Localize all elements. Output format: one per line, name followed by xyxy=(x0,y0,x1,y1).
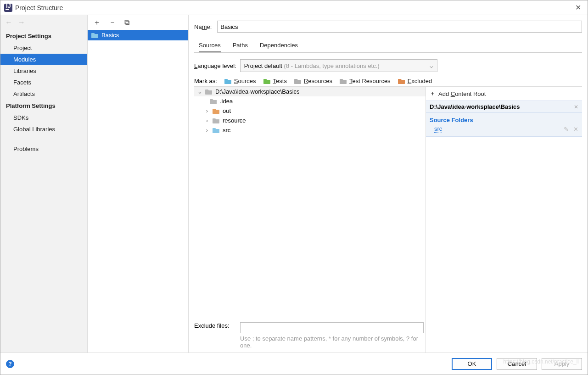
tree-node[interactable]: ›src xyxy=(194,125,426,135)
tab-paths[interactable]: Paths xyxy=(233,39,248,52)
tree-root[interactable]: ⌄D:\Java\idea-worksplace\Basics xyxy=(194,87,426,96)
sidebar-item-project[interactable]: Project xyxy=(0,42,87,54)
svg-rect-1 xyxy=(6,9,9,10)
language-level-select[interactable]: Project default (8 - Lambdas, type annot… xyxy=(240,59,437,72)
exclude-files-label: Exclude files: xyxy=(194,322,236,329)
mark-as-label: Mark as: xyxy=(194,78,217,84)
tree-node[interactable]: .idea xyxy=(194,96,426,106)
module-list-panel: ＋ － ⧉ Basics xyxy=(88,15,189,353)
nav-back-icon[interactable]: ← xyxy=(5,18,12,27)
tabs: SourcesPathsDependencies xyxy=(194,39,582,53)
add-content-root-button[interactable]: ＋ Add Content Root xyxy=(426,87,582,101)
sidebar-item-global-libraries[interactable]: Global Libraries xyxy=(0,123,87,135)
module-detail: Name: SourcesPathsDependencies Language … xyxy=(189,15,588,353)
exclude-hint: Use ; to separate name patterns, * for a… xyxy=(194,333,424,353)
name-input[interactable] xyxy=(217,21,582,33)
apply-button[interactable]: Apply xyxy=(542,358,582,370)
sidebar-item-problems[interactable]: Problems xyxy=(0,143,87,155)
dialog-footer: ? OK Cancel Apply xyxy=(0,353,588,375)
remove-content-root-icon[interactable]: ✕ xyxy=(574,104,578,110)
module-item[interactable]: Basics xyxy=(88,30,188,40)
sidebar-item-modules[interactable]: Modules xyxy=(0,54,87,65)
source-folders-label: Source Folders xyxy=(426,113,582,124)
tab-dependencies[interactable]: Dependencies xyxy=(260,39,298,52)
window-title: Project Structure xyxy=(15,4,63,11)
ok-button[interactable]: OK xyxy=(452,358,492,370)
mark-as-tests[interactable]: Tests xyxy=(263,78,287,84)
chevron-down-icon: ⌵ xyxy=(430,62,433,69)
mark-as-excluded[interactable]: Excluded xyxy=(398,78,432,84)
sidebar-item-sdks[interactable]: SDKs xyxy=(0,112,87,123)
plus-icon: ＋ xyxy=(430,90,436,98)
sidebar-item-libraries[interactable]: Libraries xyxy=(0,65,87,77)
mark-as-resources[interactable]: Resources xyxy=(294,78,332,84)
edit-icon[interactable]: ✎ xyxy=(564,126,569,133)
content-root-path[interactable]: D:\Java\idea-worksplace\Basics xyxy=(430,103,520,110)
intellij-icon: IJ xyxy=(4,4,12,12)
language-level-label: Language level: xyxy=(194,62,236,69)
help-icon[interactable]: ? xyxy=(6,360,14,368)
close-icon[interactable]: ✕ xyxy=(572,3,584,12)
svg-text:IJ: IJ xyxy=(6,4,11,9)
sidebar-item-facets[interactable]: Facets xyxy=(0,77,87,88)
tab-sources[interactable]: Sources xyxy=(199,39,221,52)
nav-forward-icon[interactable]: → xyxy=(18,18,25,27)
sidebar-section-title: Platform Settings xyxy=(0,100,87,112)
content-roots-panel: ＋ Add Content Root D:\Java\idea-workspla… xyxy=(426,87,582,353)
remove-icon[interactable]: － xyxy=(109,18,116,28)
titlebar: IJ Project Structure ✕ xyxy=(0,0,588,15)
cancel-button[interactable]: Cancel xyxy=(497,358,537,370)
mark-as-test-resources[interactable]: Test Resources xyxy=(340,78,391,84)
sidebar-item-artifacts[interactable]: Artifacts xyxy=(0,88,87,100)
sidebar-section-title: Project Settings xyxy=(0,30,87,42)
tree-node[interactable]: ›out xyxy=(194,106,426,116)
add-icon[interactable]: ＋ xyxy=(93,18,101,28)
sidebar: ← → Project SettingsProjectModulesLibrar… xyxy=(0,15,88,353)
remove-icon[interactable]: ✕ xyxy=(573,126,578,133)
source-folder-item[interactable]: src✎✕ xyxy=(426,124,582,137)
tree-node[interactable]: ›resource xyxy=(194,116,426,125)
content-tree[interactable]: ⌄D:\Java\idea-worksplace\Basics.idea›out… xyxy=(194,87,426,319)
exclude-files-input[interactable] xyxy=(240,322,424,333)
copy-icon[interactable]: ⧉ xyxy=(124,18,129,27)
name-label: Name: xyxy=(194,23,212,30)
mark-as-sources[interactable]: Sources xyxy=(224,78,256,84)
